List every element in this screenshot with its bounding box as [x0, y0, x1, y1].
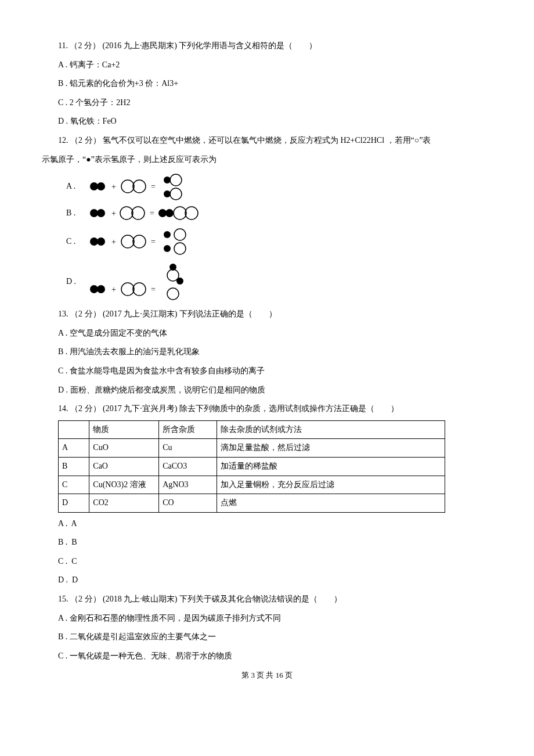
q12-b-label: B .	[66, 206, 80, 221]
reaction-diagram-a: + =	[86, 172, 196, 201]
cell: CO2	[89, 494, 159, 513]
table-row: A CuO Cu 滴加足量盐酸，然后过滤	[59, 439, 445, 458]
cell: 点燃	[217, 494, 445, 513]
q13-opt-b: B . 用汽油洗去衣服上的油污是乳化现象	[42, 344, 492, 360]
q14-opt-d: D . D	[42, 573, 492, 588]
q12-stem-line2: 示氯原子，“●”表示氢原子，则上述反应可表示为	[42, 152, 492, 168]
q14-opt-c: C . C	[42, 554, 492, 570]
svg-point-6	[164, 177, 171, 183]
cell: B	[59, 457, 89, 476]
cell: C	[59, 476, 89, 494]
svg-text:=: =	[151, 237, 156, 246]
cell: CaCO3	[159, 457, 217, 476]
reaction-diagram-c: + =	[86, 225, 202, 258]
svg-point-31	[97, 285, 105, 293]
q13-opt-a: A . 空气是成分固定不变的气体	[42, 326, 492, 341]
svg-point-3	[121, 180, 134, 193]
th-impurity: 所含杂质	[159, 420, 217, 439]
cell: A	[59, 439, 89, 458]
q12-opt-c: C . + =	[66, 225, 492, 258]
reaction-diagram-d: + =	[86, 261, 202, 302]
th-method: 除去杂质的试剂或方法	[217, 420, 445, 439]
svg-text:=: =	[151, 182, 156, 191]
th-blank	[59, 420, 89, 439]
q11-stem: 11. （2 分） (2016 九上·惠民期末) 下列化学用语与含义相符的是（ …	[42, 38, 492, 54]
q14-opt-a: A . A	[42, 516, 492, 532]
table-row: D CO2 CO 点燃	[59, 494, 445, 513]
svg-point-23	[121, 235, 134, 248]
q11-opt-d: D . 氧化铁：FeO	[42, 114, 492, 129]
cell: CaO	[89, 457, 159, 476]
svg-point-24	[133, 235, 146, 248]
svg-text:+: +	[111, 182, 116, 191]
svg-point-29	[174, 243, 186, 254]
q12-opt-a: A . + =	[66, 172, 492, 201]
q11-opt-b: B . 铝元素的化合价为+3 价：Al3+	[42, 76, 492, 92]
svg-point-39	[167, 288, 179, 300]
q12-d-label: D .	[66, 274, 80, 290]
svg-point-16	[158, 209, 167, 217]
q13-opt-d: D . 面粉、蔗糖灼烧后都变成炭黑，说明它们是相同的物质	[42, 383, 492, 398]
q15-opt-c: C . 一氧化碳是一种无色、无味、易溶于水的物质	[42, 649, 492, 664]
svg-text:+: +	[111, 285, 116, 294]
svg-point-21	[97, 237, 105, 246]
svg-point-10	[90, 209, 98, 217]
reaction-diagram-b: + =	[86, 204, 214, 222]
svg-point-0	[90, 182, 98, 190]
svg-point-4	[133, 180, 146, 193]
svg-point-38	[176, 278, 183, 285]
th-substance: 物质	[89, 420, 159, 439]
cell: 滴加足量盐酸，然后过滤	[217, 439, 445, 458]
svg-point-7	[170, 174, 182, 186]
svg-point-28	[164, 245, 171, 252]
cell: Cu	[159, 439, 217, 458]
q14-stem: 14. （2 分） (2017 九下·宜兴月考) 除去下列物质中的杂质，选用试剂…	[42, 401, 492, 417]
q11-opt-a: A . 钙离子：Ca+2	[42, 57, 492, 73]
q13-stem: 13. （2 分） (2017 九上·吴江期末) 下列说法正确的是（ ）	[42, 307, 492, 322]
svg-point-14	[132, 207, 145, 219]
q12-opt-b: B . + =	[66, 204, 492, 222]
table-row: C Cu(NO3)2 溶液 AgNO3 加入足量铜粉，充分反应后过滤	[59, 476, 445, 494]
svg-point-33	[121, 283, 134, 296]
svg-point-19	[185, 207, 198, 219]
svg-text:=: =	[150, 209, 154, 218]
q12-opt-d: D . + =	[66, 261, 492, 302]
svg-point-26	[164, 231, 171, 238]
q12-a-label: A .	[66, 179, 80, 195]
svg-point-13	[120, 207, 133, 219]
svg-point-17	[165, 209, 174, 217]
cell: 加适量的稀盐酸	[217, 457, 445, 476]
svg-point-34	[133, 283, 146, 296]
q12-stem-line1: 12. （2 分） 氢气不仅可以在空气中燃烧，还可以在氯气中燃烧，反应方程式为 …	[42, 133, 492, 149]
q15-opt-b: B . 二氧化碳是引起温室效应的主要气体之一	[42, 629, 492, 645]
cell: AgNO3	[159, 476, 217, 494]
cell: CO	[159, 494, 217, 513]
svg-point-27	[174, 229, 186, 240]
table-row: 物质 所含杂质 除去杂质的试剂或方法	[59, 420, 445, 439]
cell: 加入足量铜粉，充分反应后过滤	[217, 476, 445, 494]
q12-diagrams: A . + = B . + = C .	[66, 172, 492, 302]
svg-point-30	[90, 285, 98, 293]
q11-opt-c: C . 2 个氢分子：2H2	[42, 95, 492, 111]
q15-stem: 15. （2 分） (2018 九上·岐山期末) 下列关于碳及其化合物说法错误的…	[42, 592, 492, 607]
svg-point-9	[170, 188, 182, 200]
cell: CuO	[89, 439, 159, 458]
cell: D	[59, 494, 89, 513]
page-footer: 第 3 页 共 16 页	[42, 668, 492, 683]
svg-point-20	[90, 237, 98, 246]
cell: Cu(NO3)2 溶液	[89, 476, 159, 494]
q12-c-label: C .	[66, 234, 80, 250]
svg-point-11	[97, 209, 105, 217]
table-row: B CaO CaCO3 加适量的稀盐酸	[59, 457, 445, 476]
svg-text:+: +	[111, 209, 116, 218]
q15-opt-a: A . 金刚石和石墨的物理性质不同，是因为碳原子排列方式不同	[42, 611, 492, 627]
svg-point-8	[164, 190, 171, 197]
svg-point-1	[97, 182, 105, 190]
q13-opt-c: C . 食盐水能导电是因为食盐水中含有较多自由移动的离子	[42, 363, 492, 379]
q14-table: 物质 所含杂质 除去杂质的试剂或方法 A CuO Cu 滴加足量盐酸，然后过滤 …	[58, 420, 445, 513]
svg-text:+: +	[111, 237, 116, 246]
svg-point-18	[174, 207, 186, 219]
q14-opt-b: B . B	[42, 535, 492, 550]
svg-text:=: =	[151, 285, 156, 294]
